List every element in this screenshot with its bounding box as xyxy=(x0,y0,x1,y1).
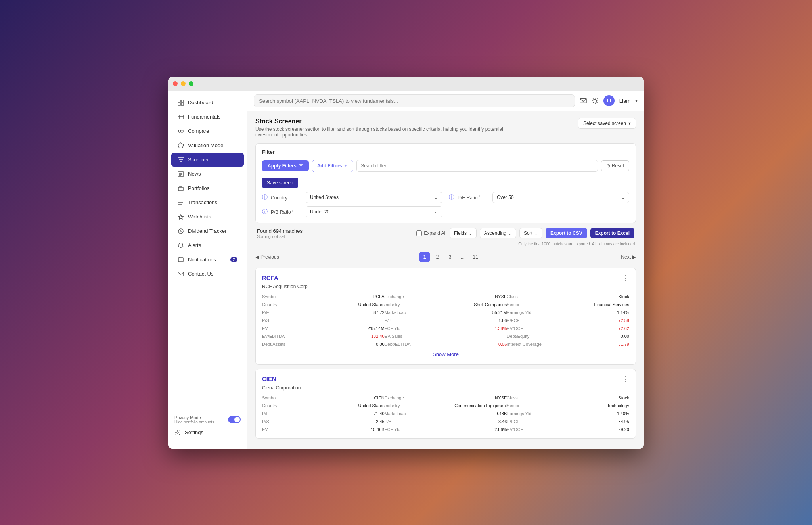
close-button[interactable] xyxy=(173,81,178,86)
next-page-button[interactable]: Next ▶ xyxy=(621,254,636,260)
sidebar-item-compare[interactable]: Compare xyxy=(171,125,244,138)
filter-row-1: ⓘ Country i United States ⌄ ⓘ P/E Ratio … xyxy=(262,192,629,203)
label-debtebitda: Debt/EBITDA xyxy=(385,341,446,347)
label-intcov: Interest Coverage xyxy=(507,341,568,347)
privacy-mode-label: Privacy Mode xyxy=(174,415,214,420)
company-name-cien: Ciena Corporation xyxy=(262,385,629,391)
sidebar-item-valuation-model[interactable]: Valuation Model xyxy=(171,139,244,152)
sun-icon[interactable] xyxy=(592,97,599,104)
svg-point-7 xyxy=(178,130,181,132)
value-fcfyld-cien: 2.86% xyxy=(446,426,507,433)
maximize-button[interactable] xyxy=(189,81,193,86)
value-sector: Financial Services xyxy=(568,301,629,308)
topbar-icons: LI Liam ▾ xyxy=(580,95,638,106)
filter-section: Filter Apply Filters Add Filters ＋ ⊙ xyxy=(255,143,636,223)
stock-card-rcfa: RCFA ⋮ RCF Acquisition Corp. Symbol RCFA… xyxy=(255,268,636,365)
mail-icon[interactable] xyxy=(580,97,587,104)
titlebar xyxy=(168,77,644,91)
prev-page-button[interactable]: ◀ Previous xyxy=(255,254,279,260)
fields-select[interactable]: Fields ⌄ xyxy=(450,228,477,238)
results-controls: Expand All Fields ⌄ Ascending ⌄ Sort ⌄ xyxy=(416,228,634,238)
chevron-down-icon: ▾ xyxy=(628,121,631,126)
value-earnyld: 1.14% xyxy=(568,309,629,316)
filter-item-country: ⓘ Country i United States ⌄ xyxy=(262,192,442,203)
value-mktcap: 55.21M xyxy=(446,309,507,316)
sidebar-item-dashboard[interactable]: Dashboard xyxy=(171,96,244,109)
minimize-button[interactable] xyxy=(181,81,186,86)
page-description: Use the stock screener section to filter… xyxy=(255,126,525,138)
sidebar-item-transactions[interactable]: Transactions xyxy=(171,196,244,209)
svg-line-32 xyxy=(597,98,598,99)
sidebar-item-screener[interactable]: Screener xyxy=(171,153,244,167)
apply-filters-button[interactable]: Apply Filters xyxy=(262,160,309,171)
export-note: Only the first 1000 matches are exported… xyxy=(255,242,636,246)
page-num-3[interactable]: 3 xyxy=(445,252,455,262)
page-header: Stock Screener Use the stock screener se… xyxy=(255,118,636,138)
page-num-2[interactable]: 2 xyxy=(432,252,442,262)
label-ps: P/S xyxy=(262,317,323,324)
value-industry-cien: Communication Equipment xyxy=(446,402,507,409)
label-exchange: Exchange xyxy=(385,293,446,300)
sidebar-item-settings[interactable]: Settings xyxy=(174,426,241,439)
label-pe: P/E xyxy=(262,309,323,316)
label-evocf-cien: EV/OCF xyxy=(507,426,568,433)
user-name: Liam xyxy=(619,98,630,104)
save-screen-button[interactable]: Save screen xyxy=(262,178,298,188)
export-excel-button[interactable]: Export to Excel xyxy=(590,228,634,238)
privacy-toggle[interactable] xyxy=(228,416,241,423)
main-window: Dashboard Fundamentals Compare Valuation… xyxy=(168,77,644,449)
page-ellipsis: ... xyxy=(458,252,468,262)
chevron-icon: ⌄ xyxy=(434,195,438,200)
value-debtassets: 0.00 xyxy=(323,341,384,347)
value-exchange-cien: NYSE xyxy=(446,395,507,401)
page-num-11[interactable]: 11 xyxy=(470,252,481,262)
sidebar: Dashboard Fundamentals Compare Valuation… xyxy=(168,91,247,449)
chevron-icon-3: ⌄ xyxy=(434,209,438,215)
reset-filters-button[interactable]: ⊙ Reset xyxy=(601,160,629,171)
sidebar-item-news[interactable]: News xyxy=(171,167,244,181)
filter-search-input[interactable] xyxy=(356,160,598,172)
sidebar-item-notifications[interactable]: Notifications 2 xyxy=(171,253,244,266)
pe-ratio-select[interactable]: Over 50 ⌄ xyxy=(492,192,629,203)
label-symbol: Symbol xyxy=(262,293,323,300)
sidebar-item-fundamentals[interactable]: Fundamentals xyxy=(171,110,244,124)
sidebar-item-watchlists[interactable]: Watchlists xyxy=(171,210,244,224)
alerts-icon xyxy=(178,242,184,249)
country-select[interactable]: United States ⌄ xyxy=(306,192,442,203)
page-num-1[interactable]: 1 xyxy=(419,252,430,262)
ticker-rcfa[interactable]: RCFA xyxy=(262,274,278,281)
filter-item-pb-ratio: ⓘ P/B Ratio i Under 20 ⌄ xyxy=(262,206,442,217)
ticker-cien[interactable]: CIEN xyxy=(262,376,276,382)
svg-rect-14 xyxy=(178,187,183,191)
svg-point-23 xyxy=(177,432,178,433)
expand-all-input[interactable] xyxy=(416,230,422,236)
show-more-rcfa[interactable]: Show More xyxy=(262,347,629,359)
app-body: Dashboard Fundamentals Compare Valuation… xyxy=(168,91,644,449)
results-sort: Sorting not set xyxy=(257,234,303,239)
more-options-rcfa[interactable]: ⋮ xyxy=(622,274,629,282)
value-symbol: RCFA xyxy=(323,293,384,300)
value-country: United States xyxy=(323,301,384,308)
pb-ratio-select[interactable]: Under 20 ⌄ xyxy=(306,206,442,217)
sidebar-item-portfolios[interactable]: Portfolios xyxy=(171,182,244,195)
value-pe-cien: 71.40 xyxy=(323,410,384,417)
user-avatar[interactable]: LI xyxy=(603,95,615,106)
user-chevron[interactable]: ▾ xyxy=(635,98,638,103)
sidebar-item-dividend-tracker[interactable]: Dividend Tracker xyxy=(171,224,244,238)
chevron-icon-2: ⌄ xyxy=(621,195,625,200)
sidebar-item-contact-us[interactable]: Contact Us xyxy=(171,267,244,281)
sort-select[interactable]: Sort ⌄ xyxy=(519,228,542,238)
notifications-icon xyxy=(178,257,184,263)
export-csv-button[interactable]: Export to CSV xyxy=(546,228,587,238)
add-filters-button[interactable]: Add Filters ＋ xyxy=(312,160,354,172)
filter-rows: ⓘ Country i United States ⌄ ⓘ P/E Ratio … xyxy=(262,192,629,217)
expand-all-checkbox[interactable]: Expand All xyxy=(416,230,446,236)
order-select[interactable]: Ascending ⌄ xyxy=(480,228,516,238)
stock-data-cien: Symbol CIEN Exchange NYSE Class Stock Co… xyxy=(262,395,629,433)
select-saved-screen-button[interactable]: Select saved screen ▾ xyxy=(578,118,636,129)
sidebar-item-alerts[interactable]: Alerts xyxy=(171,239,244,252)
label-fcfyld: FCF Yld xyxy=(385,325,446,331)
more-options-cien[interactable]: ⋮ xyxy=(622,375,629,383)
value-pe: 87.72 xyxy=(323,309,384,316)
global-search-input[interactable] xyxy=(254,94,575,107)
